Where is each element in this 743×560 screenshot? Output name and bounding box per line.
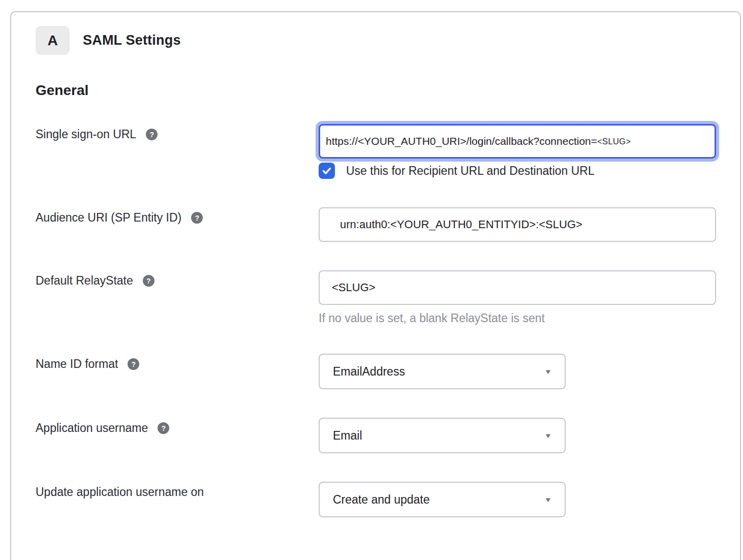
saml-settings-form: Single sign-on URL ? https://<YOUR_AUTH0… bbox=[36, 124, 716, 517]
checkmark-icon bbox=[322, 166, 332, 176]
panel-header: A SAML Settings bbox=[36, 26, 716, 55]
relay-state-label-cell: Default RelayState ? bbox=[36, 270, 319, 288]
form-row-audience-uri: Audience URI (SP Entity ID) ? urn:auth0:… bbox=[36, 207, 716, 242]
sso-url-label: Single sign-on URL bbox=[36, 128, 136, 141]
recipient-url-checkbox[interactable] bbox=[319, 163, 335, 179]
help-glyph: ? bbox=[161, 425, 166, 432]
help-icon[interactable]: ? bbox=[146, 129, 158, 140]
help-glyph: ? bbox=[132, 361, 136, 368]
sso-url-value: https://<YOUR_AUTH0_URI>/login/callback?… bbox=[326, 135, 597, 147]
name-id-format-select[interactable]: EmailAddress ▼ bbox=[319, 354, 566, 389]
app-username-label: Application username bbox=[36, 421, 148, 435]
help-glyph: ? bbox=[149, 131, 154, 138]
app-username-label-cell: Application username ? bbox=[36, 418, 319, 435]
sso-url-control-cell: https://<YOUR_AUTH0_URI>/login/callback?… bbox=[319, 124, 716, 179]
help-icon[interactable]: ? bbox=[158, 422, 169, 434]
panel-title: SAML Settings bbox=[83, 33, 181, 48]
recipient-url-checkbox-row: Use this for Recipient URL and Destinati… bbox=[319, 163, 716, 179]
form-row-relay-state: Default RelayState ? <SLUG> If no value … bbox=[36, 270, 716, 325]
name-id-format-selected-value: EmailAddress bbox=[333, 365, 405, 379]
saml-settings-panel: A SAML Settings General Single sign-on U… bbox=[10, 11, 741, 560]
chevron-down-icon: ▼ bbox=[544, 496, 552, 504]
app-username-control-cell: Email ▼ bbox=[319, 418, 716, 453]
relay-state-control-cell: <SLUG> If no value is set, a blank Relay… bbox=[319, 270, 716, 325]
update-app-username-control-cell: Create and update ▼ bbox=[319, 482, 716, 517]
form-row-app-username: Application username ? Email ▼ bbox=[36, 418, 716, 453]
relay-state-hint: If no value is set, a blank RelayState i… bbox=[319, 312, 716, 325]
help-icon[interactable]: ? bbox=[128, 358, 139, 370]
relay-state-input[interactable]: <SLUG> bbox=[319, 270, 716, 305]
update-app-username-label: Update application username on bbox=[36, 485, 204, 499]
name-id-format-label: Name ID format bbox=[36, 357, 118, 371]
update-app-username-select[interactable]: Create and update ▼ bbox=[319, 482, 566, 517]
sso-url-value-slug: <SLUG> bbox=[597, 137, 631, 146]
audience-uri-label: Audience URI (SP Entity ID) bbox=[36, 211, 181, 225]
name-id-format-control-cell: EmailAddress ▼ bbox=[319, 354, 716, 389]
section-heading-general: General bbox=[36, 82, 716, 99]
form-row-update-app-username: Update application username on Create an… bbox=[36, 482, 716, 517]
update-app-username-selected-value: Create and update bbox=[333, 493, 430, 507]
help-icon[interactable]: ? bbox=[143, 275, 154, 287]
help-glyph: ? bbox=[195, 214, 199, 222]
recipient-url-checkbox-label: Use this for Recipient URL and Destinati… bbox=[346, 164, 595, 178]
relay-state-value: <SLUG> bbox=[332, 281, 376, 294]
audience-uri-input[interactable]: urn:auth0:<YOUR_AUTH0_ENTITYID>:<SLUG> bbox=[319, 207, 716, 242]
chevron-down-icon: ▼ bbox=[544, 368, 552, 376]
relay-state-label: Default RelayState bbox=[36, 274, 133, 288]
sso-url-label-cell: Single sign-on URL ? bbox=[36, 124, 319, 141]
audience-uri-control-cell: urn:auth0:<YOUR_AUTH0_ENTITYID>:<SLUG> bbox=[319, 207, 716, 242]
chevron-down-icon: ▼ bbox=[544, 432, 552, 440]
audience-uri-value: urn:auth0:<YOUR_AUTH0_ENTITYID>:<SLUG> bbox=[340, 218, 582, 231]
form-row-sso-url: Single sign-on URL ? https://<YOUR_AUTH0… bbox=[36, 124, 716, 179]
update-app-username-label-cell: Update application username on bbox=[36, 482, 319, 499]
section-letter-badge: A bbox=[36, 26, 70, 55]
sso-url-input[interactable]: https://<YOUR_AUTH0_URI>/login/callback?… bbox=[319, 124, 716, 159]
help-glyph: ? bbox=[146, 277, 151, 285]
form-row-name-id-format: Name ID format ? EmailAddress ▼ bbox=[36, 354, 716, 389]
audience-uri-label-cell: Audience URI (SP Entity ID) ? bbox=[36, 207, 319, 225]
name-id-format-label-cell: Name ID format ? bbox=[36, 354, 319, 371]
help-icon[interactable]: ? bbox=[191, 212, 203, 224]
app-username-select[interactable]: Email ▼ bbox=[319, 418, 566, 453]
app-username-selected-value: Email bbox=[333, 429, 362, 443]
